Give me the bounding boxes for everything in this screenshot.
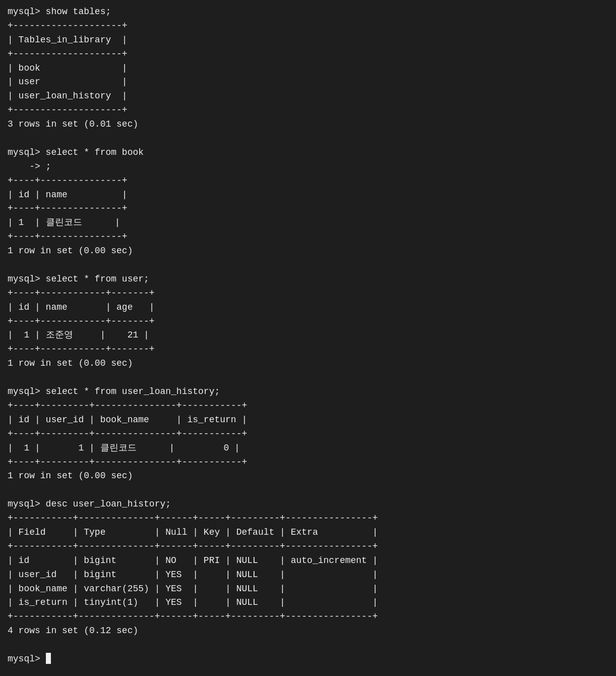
- terminal-line: | user |: [8, 77, 128, 87]
- terminal-line: 1 row in set (0.00 sec): [8, 358, 133, 368]
- terminal-output: mysql> show tables; +-------------------…: [8, 5, 608, 666]
- terminal-line: | 1 | 1 | 클린코드 | 0 |: [8, 443, 240, 453]
- terminal-line: +----+---------+---------------+--------…: [8, 401, 247, 411]
- terminal-line: | id | bigint | NO | PRI | NULL | auto_i…: [8, 555, 378, 566]
- terminal-line: | book |: [8, 63, 128, 73]
- terminal-line: +--------------------+: [8, 49, 128, 59]
- terminal-line: +--------------------+: [8, 21, 128, 31]
- terminal-line: +----+---------+---------------+--------…: [8, 429, 247, 439]
- terminal-line: +----+------------+-------+: [8, 316, 155, 326]
- terminal-line: | 1 | 조준영 | 21 |: [8, 330, 149, 340]
- terminal-line: | user_loan_history |: [8, 91, 128, 101]
- terminal-line: | book_name | varchar(255) | YES | | NUL…: [8, 584, 378, 594]
- terminal-line: | 1 | 클린코드 |: [8, 217, 120, 228]
- terminal-line: +-----------+--------------+------+-----…: [8, 541, 378, 551]
- terminal-line: | id | name |: [8, 190, 128, 200]
- terminal-line: 4 rows in set (0.12 sec): [8, 626, 138, 636]
- terminal-line: mysql>: [8, 654, 46, 664]
- terminal-line: -> ;: [8, 161, 51, 172]
- terminal-line: +--------------------+: [8, 105, 128, 115]
- terminal-line: mysql> select * from user;: [8, 274, 149, 284]
- terminal-line: | is_return | tinyint(1) | YES | | NULL …: [8, 597, 378, 607]
- terminal-line: | user_id | bigint | YES | | NULL | |: [8, 570, 378, 580]
- terminal-line: | id | user_id | book_name | is_return |: [8, 415, 247, 425]
- terminal-line: 1 row in set (0.00 sec): [8, 246, 133, 256]
- terminal-line: | Tables_in_library |: [8, 35, 128, 45]
- terminal-line: | Field | Type | Null | Key | Default | …: [8, 527, 378, 537]
- terminal-line: 1 row in set (0.00 sec): [8, 471, 133, 481]
- terminal-line: mysql> select * from user_loan_history;: [8, 386, 220, 397]
- terminal-line: | id | name | age |: [8, 302, 155, 312]
- terminal-line: +----+---------------+: [8, 176, 128, 186]
- terminal-line: +-----------+--------------+------+-----…: [8, 513, 378, 523]
- terminal-line: +----+---------------+: [8, 203, 128, 213]
- terminal-line: mysql> show tables;: [8, 7, 111, 17]
- terminal-line: +----+------------+-------+: [8, 288, 155, 298]
- terminal-line: mysql> select * from book: [8, 147, 144, 157]
- terminal-line: +----+------------+-------+: [8, 344, 155, 354]
- terminal-line: +-----------+--------------+------+-----…: [8, 611, 378, 622]
- terminal-line: 3 rows in set (0.01 sec): [8, 119, 138, 129]
- terminal-line: +----+---------+---------------+--------…: [8, 457, 247, 467]
- cursor: [46, 653, 51, 664]
- terminal-line: +----+---------------+: [8, 232, 128, 242]
- terminal-line: mysql> desc user_loan_history;: [8, 499, 171, 509]
